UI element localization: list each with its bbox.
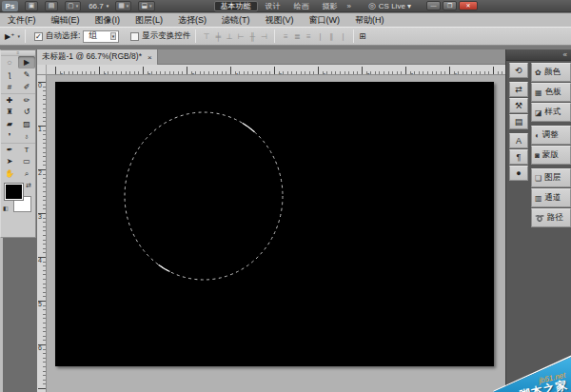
panel-icon: ▥ [535, 194, 542, 203]
character-panel-button[interactable]: A [509, 133, 528, 148]
3d-panel-button[interactable]: ● [509, 166, 528, 181]
workspace-design[interactable]: 设计 [260, 1, 286, 11]
quick-selection-tool[interactable]: ✎ [18, 69, 35, 81]
canvas[interactable] [55, 82, 494, 366]
menu-item[interactable]: 视图(V) [258, 14, 302, 27]
align-right-edges-icon[interactable]: ⊣ [259, 32, 268, 41]
healing-brush-tool[interactable]: ✚ [1, 93, 18, 106]
auto-select-dropdown[interactable]: 组 ▾ [83, 30, 119, 43]
foreground-color-swatch[interactable] [5, 184, 23, 200]
clone-stamp-tool[interactable]: ♜ [1, 106, 18, 118]
tab-close-icon[interactable]: × [148, 53, 152, 62]
pen-tool[interactable]: ✒ [1, 143, 18, 155]
layer-comps-panel-button[interactable]: ▤ [509, 114, 528, 129]
menu-item[interactable]: 选择(S) [170, 14, 214, 27]
dock-header: « [506, 49, 571, 61]
caret-down-icon: ▾ [107, 3, 109, 9]
show-transform-checkbox[interactable] [130, 32, 139, 41]
workspace-painting[interactable]: 绘画 [288, 1, 315, 11]
layers-panel-button[interactable]: ❏ 图层 [531, 168, 571, 187]
workspace-essentials[interactable]: 基本功能 [214, 1, 258, 11]
elliptical-marquee-tool[interactable]: ◌ [1, 56, 18, 69]
blur-tool[interactable]: ❜ [1, 130, 18, 143]
panel-label: 颜色 [544, 67, 561, 78]
shape-tool[interactable]: ▭ [18, 155, 35, 167]
cs-live-button[interactable]: ◎ CS Live ▾ [368, 1, 411, 10]
menu-item[interactable]: 帮助(H) [347, 14, 392, 27]
adjustments-panel-button[interactable]: ◐ 调整 [531, 126, 571, 145]
lasso-tool[interactable]: ƪ [1, 69, 18, 81]
align-bottom-edges-icon[interactable]: ⊥ [225, 32, 234, 41]
workspace-photography[interactable]: 摄影 [317, 1, 344, 11]
collapsed-panel-buttons: ✿ 颜色 ▦ 色板 ◪ 样式 ◐ 调整 ◙ 蒙版 ❏ 图层 [531, 63, 571, 228]
distribute-left-edges-icon[interactable]: ∣ [315, 32, 325, 41]
document-tab[interactable]: 未标题-1 @ 66.7%(RGB/8)* × [37, 49, 158, 65]
ruler-number: 2 [37, 169, 46, 213]
zoom-tool[interactable]: ⌕ [18, 167, 35, 180]
hand-tool[interactable]: ✋ [1, 167, 18, 180]
workspace-overflow-button[interactable]: » [347, 2, 351, 10]
view-extras-button[interactable]: ▢▾ [65, 1, 81, 11]
zoom-level-value: 66.7 [89, 2, 104, 10]
channels-panel-button[interactable]: ▥ 通道 [531, 188, 571, 207]
show-transform-label: 显示变换控件 [142, 30, 190, 42]
arrange-documents-button[interactable]: ▦▾ [115, 1, 131, 11]
tool-options-bar: ▶⁺ ▾ ✓ 自动选择: 组 ▾ 显示变换控件 ⊤╪⊥⊢╫⊣ ≡≣≡∣∥∣ ⊞ [0, 27, 571, 46]
distribute-top-edges-icon[interactable]: ≡ [281, 32, 290, 41]
swap-colors-icon[interactable]: ⇄ [26, 182, 31, 189]
panel-label: 路径 [547, 212, 563, 224]
menu-item[interactable]: 图层(L) [128, 14, 170, 27]
default-colors-icon[interactable]: ◧ [3, 205, 9, 211]
move-tool[interactable]: ▶ [18, 56, 35, 69]
menu-item[interactable]: 图像(I) [88, 14, 128, 27]
auto-select-checkbox[interactable]: ✓ [34, 32, 43, 41]
align-vertical-centers-icon[interactable]: ╪ [213, 32, 223, 41]
screen-mode-button[interactable]: ⬓▾ [138, 1, 154, 11]
minimize-button[interactable]: — [426, 1, 441, 10]
tool-presets-panel-button[interactable]: ⚒ [509, 98, 528, 113]
menu-item[interactable]: 文件(F) [0, 14, 44, 27]
separator [274, 29, 275, 43]
eyedropper-tool[interactable]: ✐ [18, 81, 35, 93]
path-selection-tool[interactable]: ➤ [1, 155, 18, 167]
collapse-panels-icon[interactable]: « [563, 50, 567, 59]
menu-item[interactable]: 窗口(W) [302, 14, 348, 27]
color-panel-button[interactable]: ✿ 颜色 [531, 63, 571, 82]
auto-align-layers-button[interactable]: ⊞ [359, 31, 365, 41]
swatches-panel-button[interactable]: ▦ 色板 [531, 83, 571, 102]
align-left-edges-icon[interactable]: ⊢ [236, 32, 246, 41]
launch-bridge-button[interactable]: ▣ [25, 1, 38, 11]
navigator-panel-button[interactable]: ⇄ [509, 82, 528, 97]
paragraph-panel-button[interactable]: ¶ [509, 149, 528, 165]
arrange-documents-icon: ▦ [118, 2, 125, 10]
vertical-ruler[interactable]: 0123456 [37, 75, 47, 392]
close-button[interactable]: ✕ [459, 1, 478, 10]
pasteboard[interactable] [47, 75, 506, 392]
cs-live-icon: ◎ [368, 1, 376, 10]
align-horizontal-centers-icon[interactable]: ╫ [247, 32, 257, 41]
distribute-vertical-centers-icon[interactable]: ≣ [292, 32, 302, 41]
tool-preset-picker[interactable]: ▶⁺ ▾ [5, 32, 20, 41]
horizontal-ruler[interactable]: 012345678910 [47, 65, 506, 75]
distribute-right-edges-icon[interactable]: ∣ [338, 32, 347, 41]
gradient-tool[interactable]: ▨ [18, 118, 35, 130]
history-brush-tool[interactable]: ↺ [18, 106, 35, 118]
eraser-tool[interactable]: ▰ [1, 118, 18, 130]
history-panel-button[interactable]: ⟲ [509, 63, 528, 78]
type-tool[interactable]: T [18, 143, 35, 155]
menu-item[interactable]: 滤镜(T) [214, 14, 258, 27]
styles-panel-button[interactable]: ◪ 样式 [531, 103, 571, 122]
restore-button[interactable]: ❐ [443, 1, 457, 10]
launch-mini-bridge-button[interactable]: ▤ [45, 1, 58, 11]
distribute-bottom-edges-icon[interactable]: ≡ [304, 32, 313, 41]
brush-tool[interactable]: ✏ [18, 93, 35, 106]
distribute-horizontal-centers-icon[interactable]: ∥ [326, 32, 336, 41]
panel-label: 图层 [544, 172, 561, 184]
dodge-tool[interactable]: ♁ [18, 130, 35, 143]
align-top-edges-icon[interactable]: ⊤ [202, 32, 211, 41]
masks-panel-button[interactable]: ◙ 蒙版 [531, 146, 571, 165]
menu-item[interactable]: 编辑(E) [44, 14, 88, 27]
crop-tool[interactable]: # [1, 81, 18, 93]
zoom-level-control[interactable]: 66.7▾ [89, 2, 108, 10]
paths-panel-button[interactable]: ➰ 路径 [531, 208, 571, 227]
